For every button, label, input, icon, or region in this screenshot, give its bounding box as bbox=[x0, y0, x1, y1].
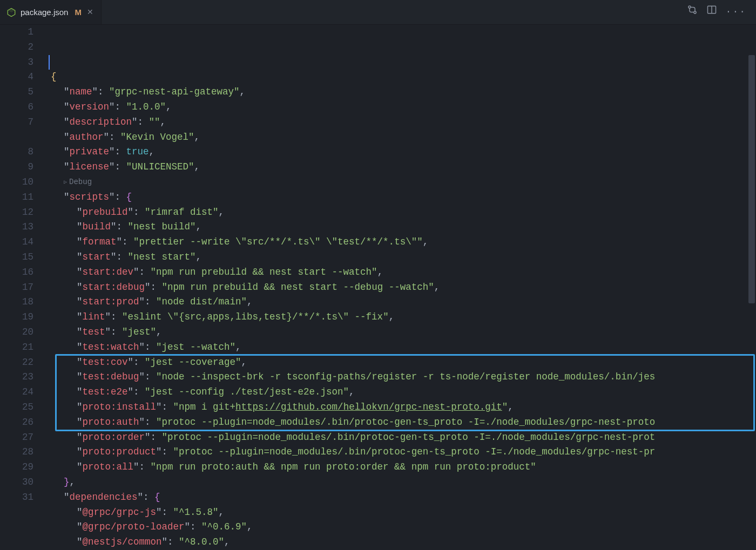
line-number: 7 bbox=[0, 115, 33, 130]
svg-point-1 bbox=[694, 11, 696, 13]
line-number: 1 bbox=[0, 25, 33, 40]
line-number: 31 bbox=[0, 490, 33, 505]
svg-point-0 bbox=[688, 6, 691, 8]
line-number: 21 bbox=[0, 340, 33, 355]
code-line[interactable]: "start:debug": "npm run prebuild && nest… bbox=[49, 280, 756, 295]
code-line[interactable]: "start:dev": "npm run prebuild && nest s… bbox=[49, 265, 756, 280]
tab-bar: package.json M ✕ ··· bbox=[0, 0, 756, 25]
tab-package-json[interactable]: package.json M ✕ bbox=[0, 0, 102, 24]
code-line[interactable]: "format": "prettier --write \"src/**/*.t… bbox=[49, 235, 756, 250]
code-line[interactable]: "test:watch": "jest --watch", bbox=[49, 340, 756, 355]
line-number: 19 bbox=[0, 310, 33, 325]
vertical-scrollbar[interactable] bbox=[748, 55, 755, 303]
split-editor-icon[interactable] bbox=[706, 4, 717, 21]
line-number: 18 bbox=[0, 295, 33, 310]
line-number: 11 bbox=[0, 190, 33, 205]
code-line[interactable]: "build": "nest build", bbox=[49, 220, 756, 235]
line-number: 10 bbox=[0, 175, 33, 190]
code-line[interactable]: "proto:install": "npm i git+https://gith… bbox=[49, 400, 756, 415]
line-number: 30 bbox=[0, 475, 33, 490]
code-line[interactable]: "name": "grpc-nest-api-gateway", bbox=[49, 85, 756, 100]
code-line[interactable]: "test:e2e": "jest --config ./test/jest-e… bbox=[49, 385, 756, 400]
tab-filename: package.json bbox=[21, 5, 68, 20]
code-line[interactable]: "test:debug": "node --inspect-brk -r tsc… bbox=[49, 370, 756, 385]
line-number: 4 bbox=[0, 70, 33, 85]
code-line[interactable]: "scripts": { bbox=[49, 190, 756, 205]
code-line[interactable]: "private": true, bbox=[49, 145, 756, 160]
line-number: 25 bbox=[0, 400, 33, 415]
line-number: 3 bbox=[0, 55, 33, 70]
line-number: 14 bbox=[0, 235, 33, 250]
line-number: 27 bbox=[0, 430, 33, 445]
code-line[interactable]: "start": "nest start", bbox=[49, 250, 756, 265]
line-number: 5 bbox=[0, 85, 33, 100]
code-line[interactable]: "@grpc/proto-loader": "^0.6.9", bbox=[49, 520, 756, 535]
code-line[interactable]: "author": "Kevin Vogel", bbox=[49, 130, 756, 145]
line-number: 8 bbox=[0, 145, 33, 160]
codelens-label: Debug bbox=[69, 175, 92, 190]
line-number: 29 bbox=[0, 460, 33, 475]
code-line[interactable]: "license": "UNLICENSED", bbox=[49, 160, 756, 175]
line-number: 24 bbox=[0, 385, 33, 400]
line-number: 2 bbox=[0, 40, 33, 55]
code-line[interactable]: "start:prod": "node dist/main", bbox=[49, 295, 756, 310]
line-number: 26 bbox=[0, 415, 33, 430]
tab-group: package.json M ✕ bbox=[0, 0, 102, 24]
code-line[interactable]: "proto:product": "protoc --plugin=node_m… bbox=[49, 445, 756, 460]
close-icon[interactable]: ✕ bbox=[86, 5, 94, 20]
code-line[interactable]: "description": "", bbox=[49, 115, 756, 130]
line-number: 28 bbox=[0, 445, 33, 460]
line-number-gutter: 1234567891011121314151617181920212223242… bbox=[0, 25, 49, 550]
line-number: 20 bbox=[0, 325, 33, 340]
code-line[interactable]: "version": "1.0.0", bbox=[49, 100, 756, 115]
nodejs-icon bbox=[6, 8, 16, 17]
code-line[interactable]: "lint": "eslint \"{src,apps,libs,test}/*… bbox=[49, 310, 756, 325]
line-number: 16 bbox=[0, 265, 33, 280]
code-line[interactable]: "dependencies": { bbox=[49, 490, 756, 505]
code-line[interactable]: "@grpc/grpc-js": "^1.5.8", bbox=[49, 505, 756, 520]
code-line[interactable]: "proto:order": "protoc --plugin=node_mod… bbox=[49, 430, 756, 445]
modified-indicator: M bbox=[75, 5, 82, 20]
code-content[interactable]: {"name": "grpc-nest-api-gateway","versio… bbox=[49, 25, 756, 550]
more-actions-icon[interactable]: ··· bbox=[726, 5, 746, 20]
code-line[interactable]: { bbox=[49, 70, 756, 85]
code-line[interactable]: }, bbox=[49, 475, 756, 490]
line-number: 22 bbox=[0, 355, 33, 370]
tab-actions: ··· bbox=[677, 0, 756, 24]
code-line[interactable]: "proto:all": "npm run proto:auth && npm … bbox=[49, 460, 756, 475]
line-number: 13 bbox=[0, 220, 33, 235]
compare-changes-icon[interactable] bbox=[687, 4, 698, 21]
code-line[interactable]: "test:cov": "jest --coverage", bbox=[49, 355, 756, 370]
line-number: 6 bbox=[0, 100, 33, 115]
code-line[interactable]: "prebuild": "rimraf dist", bbox=[49, 205, 756, 220]
play-icon: ▷ bbox=[64, 175, 67, 190]
line-number: 12 bbox=[0, 205, 33, 220]
code-line[interactable]: "@nestjs/common": "^8.0.0", bbox=[49, 535, 756, 550]
code-editor[interactable]: 1234567891011121314151617181920212223242… bbox=[0, 25, 756, 550]
code-line[interactable]: "test": "jest", bbox=[49, 325, 756, 340]
line-number: 17 bbox=[0, 280, 33, 295]
line-number: 9 bbox=[0, 160, 33, 175]
line-number: 23 bbox=[0, 370, 33, 385]
line-number: 15 bbox=[0, 250, 33, 265]
code-line[interactable]: "proto:auth": "protoc --plugin=node_modu… bbox=[49, 415, 756, 430]
codelens-debug[interactable]: ▷Debug bbox=[49, 175, 756, 190]
